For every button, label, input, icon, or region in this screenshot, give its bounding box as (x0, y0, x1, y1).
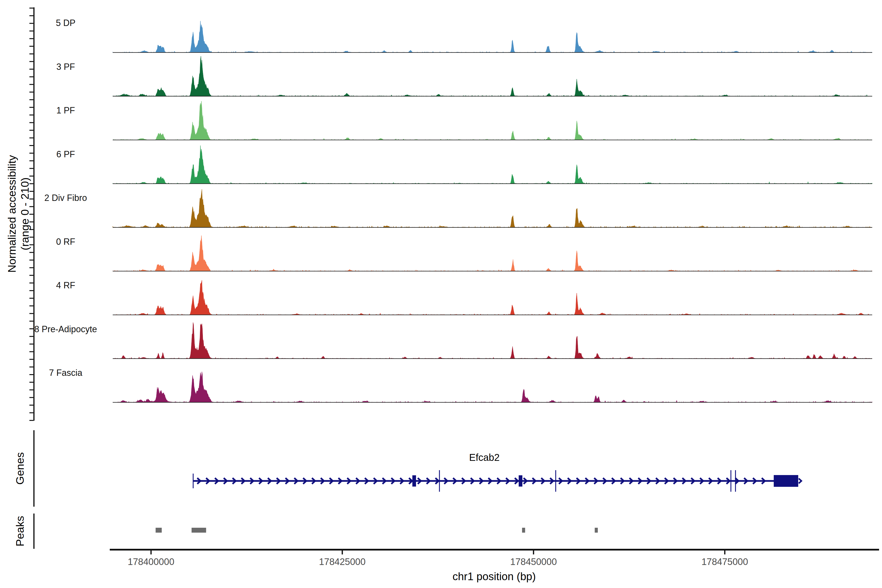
coverage-track-7-fascia (113, 372, 872, 402)
y-axis-tick (29, 405, 34, 406)
track-baseline (113, 271, 872, 272)
y-axis-label-line1: Normalized accessibility (5, 155, 18, 273)
x-axis-tick-label: 178450000 (510, 556, 557, 567)
y-axis-tick (29, 76, 34, 77)
track-label-8-pre-adipocyte: 8 Pre-Adipocyte (34, 324, 97, 334)
genes-section-bracket (33, 430, 34, 507)
coverage-track-0-rf (113, 236, 872, 271)
y-axis-tick (29, 61, 34, 62)
y-axis-tick (29, 344, 34, 345)
gene-body-line (193, 480, 798, 482)
x-axis-tick-label: 178425000 (319, 556, 366, 567)
peak-call-box (595, 528, 597, 532)
y-axis-tick (29, 92, 34, 93)
coverage-track-2-div-fibro (113, 189, 872, 227)
gene-exon-thin (730, 470, 732, 492)
track-label-2-div-fibro: 2 Div Fibro (44, 193, 87, 203)
coverage-track-6-pf (113, 146, 872, 184)
y-axis-tick (29, 46, 34, 47)
track-label-5-dp: 5 DP (56, 18, 75, 28)
track-baseline (113, 227, 872, 228)
track-label-4-rf: 4 RF (56, 280, 75, 291)
x-axis-tick (724, 550, 726, 554)
gene-name-label: Efcab2 (469, 452, 500, 463)
x-axis-tick (342, 550, 343, 554)
peaks-section-bracket (33, 513, 34, 549)
y-axis-tick (29, 389, 34, 390)
x-axis-title: chr1 position (bp) (453, 570, 536, 583)
y-axis-tick (29, 313, 34, 314)
y-axis-tick (29, 138, 34, 138)
track-label-6-pf: 6 PF (56, 149, 75, 159)
y-axis-tick (29, 107, 34, 108)
peak-call-box (192, 528, 206, 532)
y-axis-tick (29, 412, 34, 413)
y-axis-tick (29, 8, 34, 9)
gene-strand-arrow-icon (799, 478, 801, 483)
x-axis-tick-label: 178475000 (701, 556, 748, 567)
track-baseline (113, 358, 872, 359)
gene-terminal-exon-box (774, 475, 798, 487)
x-axis-tick (533, 550, 534, 554)
track-baseline (113, 52, 872, 52)
y-axis-tick (29, 298, 34, 298)
track-baseline (113, 315, 872, 315)
track-label-3-pf: 3 PF (56, 62, 75, 72)
y-axis-tick (29, 359, 34, 360)
genome-accessibility-figure: Normalized accessibility (range 0 - 210)… (0, 0, 882, 588)
y-axis-tick (29, 374, 34, 375)
x-axis-tick (150, 550, 152, 554)
y-axis-tick (29, 99, 34, 100)
y-axis-tick (29, 53, 34, 54)
gene-exon-thin (735, 470, 736, 492)
peaks-section-label: Peaks (14, 516, 27, 546)
coverage-track-5-dp (113, 21, 872, 52)
gene-start-tick (193, 474, 194, 488)
genes-section-label: Genes (14, 452, 27, 485)
y-axis-tick (29, 122, 34, 123)
y-axis-tick (29, 31, 34, 32)
track-label-7-fascia: 7 Fascia (49, 368, 82, 378)
y-axis-tick (29, 153, 34, 154)
y-axis-tick (29, 69, 34, 70)
y-axis-tick (29, 397, 34, 398)
y-axis-tick (29, 336, 34, 337)
y-axis-tick (29, 38, 34, 39)
y-axis-tick (29, 328, 34, 329)
peak-call-box (522, 528, 525, 532)
y-axis-tick (29, 351, 34, 352)
x-axis-line (110, 549, 879, 550)
gene-exon-thick (519, 475, 522, 487)
coverage-track-4-rf (113, 280, 872, 315)
y-axis-tick (29, 15, 34, 16)
track-baseline (113, 96, 872, 96)
gene-exon-thin (439, 470, 440, 492)
y-axis-tick (29, 382, 34, 383)
y-axis-tick (29, 290, 34, 291)
y-axis-tick (29, 145, 34, 146)
y-axis-tick (29, 420, 34, 421)
coverage-track-1-pf (113, 101, 872, 140)
track-baseline (113, 402, 872, 402)
x-axis-tick-label: 178400000 (128, 556, 174, 567)
y-axis-tick (29, 84, 34, 85)
genome-browser-plot (0, 0, 882, 588)
peak-call-box (156, 528, 162, 532)
y-axis-tick (29, 366, 34, 368)
gene-exon-thick (412, 475, 416, 487)
y-axis-tick (29, 23, 34, 24)
coverage-track-3-pf (113, 56, 872, 96)
y-axis-tick (29, 114, 34, 116)
track-label-0-rf: 0 RF (56, 237, 75, 247)
y-axis-label-line2: (range 0 - 210) (18, 155, 32, 273)
y-axis-tick (29, 321, 34, 322)
gene-exon-thin (555, 470, 556, 492)
coverage-track-8-pre-adipocyte (113, 322, 872, 358)
y-axis-tick (29, 130, 34, 131)
y-axis-tick (29, 306, 34, 306)
y-axis-label: Normalized accessibility (range 0 - 210) (5, 155, 32, 273)
track-label-1-pf: 1 PF (56, 105, 75, 116)
y-axis-tick (29, 275, 34, 276)
y-axis-tick (29, 282, 34, 284)
track-baseline (113, 183, 872, 184)
